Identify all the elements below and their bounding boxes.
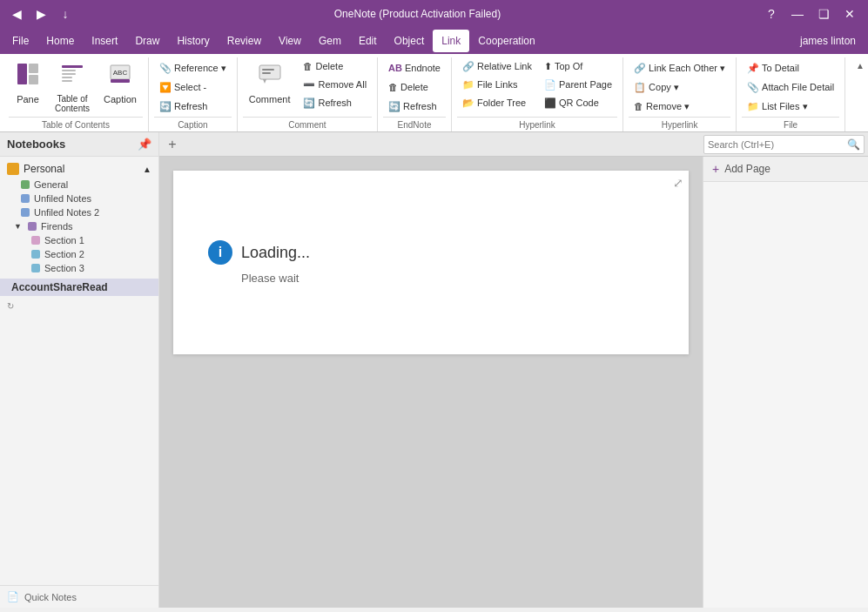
menu-insert[interactable]: Insert	[83, 30, 126, 52]
table-of-contents-button[interactable]: Table ofContents	[49, 57, 96, 117]
to-detail-button[interactable]: 📌 To Detail	[742, 59, 804, 77]
add-page-button[interactable]: + Add Page	[703, 157, 868, 182]
back-button[interactable]: ◀	[7, 4, 26, 24]
ribbon-collapse-button[interactable]: ▲	[852, 57, 868, 131]
relative-link-label: Relative Link	[477, 61, 532, 71]
search-box: 🔍	[703, 135, 865, 154]
caption-refresh-label: Refresh	[174, 101, 208, 111]
forward-button[interactable]: ▶	[31, 4, 50, 24]
file-links-button[interactable]: 📁 File Links	[457, 76, 537, 93]
parent-page-icon: 📄	[544, 79, 556, 91]
section-general[interactable]: General	[0, 178, 158, 192]
search-button[interactable]: 🔍	[847, 138, 860, 151]
menu-bar: File Home Insert Draw History Review Vie…	[0, 28, 868, 54]
endnote-icon: AB	[388, 63, 402, 73]
loading-area: i Loading... Please wait	[173, 171, 345, 354]
ribbon: Pane Table ofContents ABC Caption Table …	[0, 54, 868, 132]
caption-large-button[interactable]: ABC Caption	[98, 57, 143, 117]
caption-refresh-button[interactable]: 🔄 Refresh	[154, 98, 213, 115]
notebook-account-share-read[interactable]: AccountShareRead	[0, 279, 158, 296]
folder-tree-label: Folder Tree	[477, 98, 526, 108]
folder-tree-icon: 📂	[462, 98, 474, 109]
attach-file-detail-icon: 📎	[747, 82, 759, 93]
endnote-refresh-button[interactable]: 🔄 Refresh	[383, 98, 442, 115]
menu-link[interactable]: Link	[433, 30, 469, 52]
top-of-button[interactable]: ⬆ Top Of	[539, 57, 617, 75]
remove-button[interactable]: 🗑 Remove ▾	[629, 98, 695, 115]
sidebar-header: Notebooks 📌	[0, 132, 158, 157]
hyperlink1-buttons: 🔗 Relative Link 📁 File Links 📂 Folder Tr…	[457, 57, 617, 117]
personal-collapse-button[interactable]: ▲	[143, 165, 151, 174]
menu-home[interactable]: Home	[37, 30, 83, 52]
endnote-delete-button[interactable]: 🗑 Delete	[383, 78, 434, 96]
pane-button[interactable]: Pane	[9, 57, 47, 117]
page-canvas: ⤢ i Loading... Please wait	[173, 171, 689, 354]
menu-history[interactable]: History	[168, 30, 218, 52]
section-1[interactable]: Section 1	[0, 233, 158, 247]
menu-cooperation[interactable]: Cooperation	[469, 30, 543, 52]
reference-icon: 📎	[159, 63, 172, 74]
hyperlink-col2: ⬆ Top Of 📄 Parent Page ⬛ QR Code	[539, 57, 617, 111]
general-section-label: General	[34, 179, 68, 190]
relative-link-button[interactable]: 🔗 Relative Link	[457, 57, 537, 75]
main-area: + 🔍 ⤢ i	[159, 132, 868, 608]
select-button[interactable]: 🔽 Select -	[154, 78, 212, 96]
section-2[interactable]: Section 2	[0, 247, 158, 261]
ribbon-group-file: 📌 To Detail 📎 Attach File Detail 📁 List …	[737, 57, 845, 131]
menu-edit[interactable]: Edit	[350, 30, 386, 52]
expand-button[interactable]: ⤢	[673, 176, 683, 190]
section-3[interactable]: Section 3	[0, 261, 158, 275]
ribbon-group-comment: Comment 🗑 Delete ➖ Remove All 🔄 Refresh …	[238, 57, 378, 131]
hyperlink2-group-label: Hyperlink	[629, 117, 730, 131]
list-files-button[interactable]: 📁 List Files ▾	[742, 98, 812, 115]
sidebar-pin-button[interactable]: 📌	[138, 138, 151, 151]
remove-all-icon: ➖	[303, 79, 315, 91]
add-page-icon: +	[712, 162, 719, 176]
attach-file-detail-button[interactable]: 📎 Attach File Detail	[742, 78, 839, 96]
to-detail-icon: 📌	[747, 63, 759, 74]
close-button[interactable]: ✕	[838, 4, 861, 24]
menu-review[interactable]: Review	[219, 30, 270, 52]
section-3-label: Section 3	[44, 263, 84, 273]
notebook-personal[interactable]: Personal ▲	[0, 160, 158, 178]
comment-delete-button[interactable]: 🗑 Delete	[298, 57, 372, 75]
relative-link-icon: 🔗	[462, 61, 474, 72]
comment-button[interactable]: Comment	[243, 57, 297, 117]
comment-refresh-button[interactable]: 🔄 Refresh	[298, 94, 372, 111]
menu-gem[interactable]: Gem	[310, 30, 350, 52]
loading-row: i Loading...	[208, 240, 310, 265]
section-unfiled-notes-2[interactable]: Unfiled Notes 2	[0, 205, 158, 219]
menu-view[interactable]: View	[270, 30, 310, 52]
comment-sub-buttons: 🗑 Delete ➖ Remove All 🔄 Refresh	[298, 57, 372, 111]
section-firends[interactable]: ▼ Firends	[0, 219, 158, 233]
top-of-icon: ⬆	[544, 61, 552, 72]
quick-access-dropdown[interactable]: ↓	[56, 4, 75, 24]
quick-notes-button[interactable]: 📄 Quick Notes	[0, 585, 158, 608]
add-tab-button[interactable]: +	[163, 135, 182, 154]
link-each-other-button[interactable]: 🔗 Link Each Other ▾	[629, 59, 730, 77]
toc-buttons: Pane Table ofContents ABC Caption	[9, 57, 143, 117]
menu-file[interactable]: File	[3, 30, 37, 52]
copy-button[interactable]: 📋 Copy ▾	[629, 78, 684, 96]
menu-draw[interactable]: Draw	[126, 30, 168, 52]
parent-page-button[interactable]: 📄 Parent Page	[539, 76, 617, 93]
file-links-label: File Links	[477, 79, 517, 90]
endnote-button[interactable]: AB Endnote	[383, 59, 446, 77]
remove-icon: 🗑	[634, 101, 643, 111]
help-button[interactable]: ?	[760, 4, 783, 24]
folder-tree-button[interactable]: 📂 Folder Tree	[457, 94, 537, 111]
ribbon-group-hyperlink2: 🔗 Link Each Other ▾ 📋 Copy ▾ 🗑 Remove ▾ …	[623, 57, 737, 131]
qr-code-button[interactable]: ⬛ QR Code	[539, 94, 617, 111]
file-links-icon: 📁	[462, 79, 474, 91]
title-bar-left: ◀ ▶ ↓	[7, 4, 75, 24]
menu-object[interactable]: Object	[386, 30, 434, 52]
reference-button[interactable]: 📎 Reference ▾	[154, 59, 232, 77]
minimize-button[interactable]: —	[786, 4, 809, 24]
section-unfiled-notes[interactable]: Unfiled Notes	[0, 192, 158, 205]
remove-all-button[interactable]: ➖ Remove All	[298, 76, 372, 93]
restore-button[interactable]: ❏	[812, 4, 835, 24]
hyperlink-col1: 🔗 Relative Link 📁 File Links 📂 Folder Tr…	[457, 57, 537, 111]
search-input[interactable]	[708, 139, 847, 150]
svg-rect-7	[62, 80, 72, 82]
reference-label: Reference ▾	[174, 63, 226, 74]
